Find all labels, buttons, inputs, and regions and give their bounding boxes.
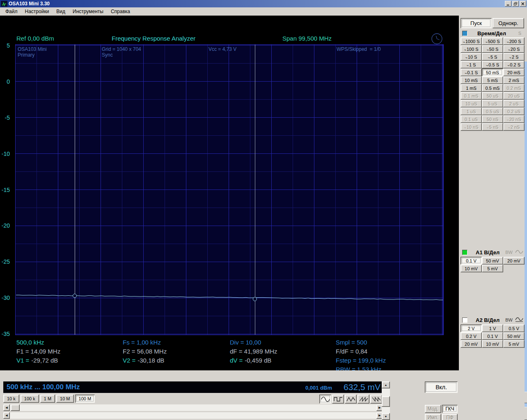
- triangle-wave-button[interactable]: [345, 395, 357, 404]
- timebase-1000-s[interactable]: ~1000 S: [461, 37, 482, 45]
- a2-scale-2-v[interactable]: 2 V: [461, 324, 482, 332]
- generator-enable-button[interactable]: Вкл.: [425, 381, 458, 393]
- timebase-0.5-s[interactable]: ~0.5 S: [482, 61, 503, 68]
- a1-scale-label: 5 mV: [487, 266, 498, 271]
- timebase-20-ms[interactable]: 20 mS: [503, 68, 525, 76]
- timebase-5-s[interactable]: ~5 S: [482, 53, 503, 61]
- a2-scale-0.2-v[interactable]: 0.2 V: [461, 332, 482, 340]
- band-button-1-m[interactable]: 1 M: [40, 395, 55, 403]
- timebase-0.2-s[interactable]: ~0.2 S: [503, 61, 525, 68]
- timebase-100-s[interactable]: ~100 S: [461, 45, 482, 53]
- timebase-50-ms[interactable]: 50 mS: [482, 68, 503, 76]
- a2-coupling-sine-icon[interactable]: [515, 316, 523, 324]
- timebase-2-ns: ~2 nS: [503, 123, 525, 131]
- band-button-100-k[interactable]: 100 k: [21, 395, 39, 403]
- a2-scale-0.1-v[interactable]: 0.1 V: [482, 332, 503, 340]
- a2-scale-50-mv[interactable]: 50 mV: [503, 332, 525, 340]
- timebase-checkbox[interactable]: [462, 31, 467, 36]
- generator-coarse-scrollbar[interactable]: ◀ ▶: [3, 404, 383, 411]
- band-button-label: 100 M: [79, 396, 92, 401]
- timebase-1-ms[interactable]: 1 mS: [461, 84, 482, 92]
- ramp-down-wave-button[interactable]: [370, 395, 382, 404]
- timebase-2-ms[interactable]: 2 mS: [503, 76, 525, 84]
- band-button-10-m[interactable]: 10 M: [56, 395, 73, 403]
- a2-scale-label: 50 mV: [507, 334, 520, 339]
- generator-fine-scrollbar[interactable]: ◀ ▶: [3, 412, 383, 419]
- menu-item-view[interactable]: Вид: [53, 8, 69, 15]
- timebase-0.5-ms[interactable]: 0.5 mS: [482, 84, 503, 92]
- a1-scale-buttons: 0.1 V50 mV20 mV10 mV5 mV: [461, 257, 525, 272]
- a2-bw-toggle[interactable]: BW: [505, 317, 513, 322]
- timebase-10-us: 10 uS: [461, 100, 482, 107]
- a2-enable-checkbox[interactable]: [462, 317, 467, 323]
- plot-area[interactable]: OSA103 MiniPrimary Grid = 1040 x 704Sync…: [15, 44, 444, 335]
- minimize-button[interactable]: [505, 1, 511, 7]
- osa103-window: OSA103 Mini 3.30 ФайлНастройкиВидИнструм…: [0, 0, 527, 420]
- timebase-2-s[interactable]: ~2 S: [503, 53, 525, 61]
- y-tick-label: -15: [2, 187, 10, 193]
- timebase-20-s[interactable]: ~20 S: [503, 45, 525, 53]
- smpl-readout: Smpl = 500: [336, 338, 386, 347]
- timebase-10-s[interactable]: ~10 S: [461, 53, 482, 61]
- timebase-200-s[interactable]: ~200 S: [503, 37, 525, 45]
- restore-button[interactable]: [512, 1, 519, 7]
- a1-scale-20-mv[interactable]: 20 mV: [503, 257, 525, 265]
- sine-wave-button[interactable]: [319, 395, 331, 404]
- a1-enable-checkbox[interactable]: [462, 250, 467, 255]
- a1-scale-5-mv[interactable]: 5 mV: [482, 265, 503, 272]
- scroll-left-button[interactable]: ◀: [3, 404, 10, 411]
- timebase-50-ns: 50 nS: [482, 115, 503, 123]
- y-tick-20: -20: [0, 222, 12, 229]
- timebase-10-ns: ~10 nS: [461, 123, 482, 131]
- single-shot-button[interactable]: Однокр.: [493, 18, 524, 28]
- y-tick-label: 0: [7, 78, 10, 85]
- roll-mode-icon: ~: [487, 48, 489, 52]
- sweep-gkch-button[interactable]: ГКЧ: [442, 405, 458, 413]
- roll-mode-icon: ~: [465, 56, 467, 60]
- close-button[interactable]: [520, 1, 526, 7]
- timebase-1-s[interactable]: ~1 S: [461, 61, 482, 68]
- timebase-0.1-s[interactable]: ~0.1 S: [461, 68, 482, 76]
- roll-mode-icon: ~: [506, 40, 509, 44]
- timebase-label: 5 uS: [488, 101, 497, 106]
- timebase-500-s[interactable]: ~500 S: [482, 37, 503, 45]
- timebase-5-ms[interactable]: 5 mS: [482, 76, 503, 84]
- pf-button: ПФ: [442, 414, 458, 420]
- a2-scale-1-v[interactable]: 1 V: [482, 324, 503, 332]
- scroll-thumb[interactable]: [382, 396, 390, 407]
- scroll-thumb[interactable]: [11, 404, 20, 411]
- timebase-50-us: 50 uS: [482, 92, 503, 100]
- timebase-label: 0.5 S: [488, 62, 499, 67]
- a1-scale-50-mv[interactable]: 50 mV: [482, 257, 503, 265]
- timebase-label: 10 S: [468, 55, 477, 59]
- a1-scale-10-mv[interactable]: 10 mV: [461, 265, 482, 272]
- square-wave-button[interactable]: [332, 395, 344, 404]
- timebase-50-s[interactable]: ~50 S: [482, 45, 503, 53]
- scroll-up-button[interactable]: ▲: [382, 381, 390, 388]
- band-button-100-m[interactable]: 100 M: [75, 395, 95, 403]
- generator-v-scrollbar[interactable]: ▲ ▼: [382, 381, 390, 420]
- band-button-10-k[interactable]: 10 k: [3, 395, 19, 403]
- roll-mode-icon: ~: [509, 56, 511, 60]
- menu-item-settings[interactable]: Настройки: [21, 8, 53, 15]
- scroll-left-button[interactable]: ◀: [3, 412, 10, 419]
- y-tick-label: -10: [2, 151, 10, 157]
- a2-scale-20-mv[interactable]: 20 mV: [461, 340, 482, 348]
- ramp-up-wave-button[interactable]: [357, 395, 369, 404]
- menu-item-tools[interactable]: Инструменты: [69, 8, 107, 15]
- a2-scale-10-mv[interactable]: 10 mV: [482, 340, 503, 348]
- menu-item-file[interactable]: Файл: [2, 8, 21, 15]
- menu-item-help[interactable]: Справка: [107, 8, 134, 15]
- title-bar[interactable]: OSA103 Mini 3.30: [0, 0, 527, 7]
- run-button[interactable]: Пуск: [461, 18, 492, 28]
- y-tick-label: -5: [5, 114, 10, 121]
- timebase-10-ms[interactable]: 10 mS: [461, 76, 482, 84]
- scroll-down-button[interactable]: ▼: [382, 413, 390, 420]
- a2-scale-5-mv[interactable]: 5 mV: [503, 340, 525, 348]
- a1-coupling-sine-icon: [515, 249, 523, 256]
- measurement-col-1: 500,0 kHz F1 = 14,09 MHz V1 =-29,72 dB: [16, 338, 60, 365]
- generator-power-readout: 0,001 dBm: [305, 385, 332, 391]
- timebase-label: 5 S: [490, 55, 497, 59]
- a2-scale-0.5-v[interactable]: 0.5 V: [503, 324, 525, 332]
- a1-scale-0.1-v[interactable]: 0.1 V: [461, 257, 482, 265]
